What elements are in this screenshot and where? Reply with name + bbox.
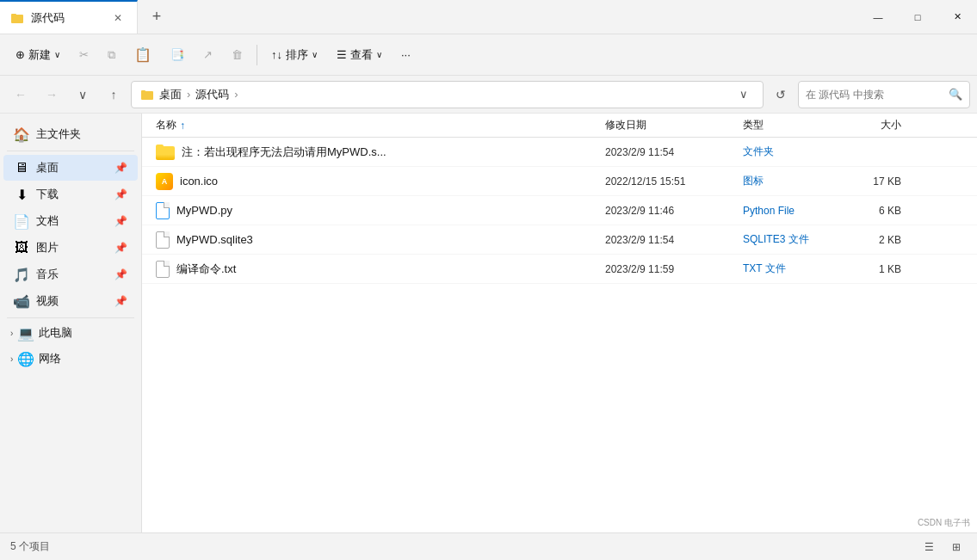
minimize-button[interactable]: — xyxy=(858,0,898,34)
sidebar-item-home[interactable]: 🏠 主文件夹 xyxy=(3,121,138,147)
svg-rect-3 xyxy=(141,90,145,93)
copy-icon: ⧉ xyxy=(108,48,115,62)
file-date-ico: 2022/12/15 15:51 xyxy=(598,175,736,188)
sidebar-label-network: 网络 xyxy=(39,351,131,366)
share-icon: ↗ xyxy=(203,48,213,61)
sidebar-item-pictures[interactable]: 🖼 图片 📌 xyxy=(3,235,138,261)
cut-icon: ✂ xyxy=(79,48,89,61)
file-name-py: MyPWD.py xyxy=(142,202,598,219)
path-separator-2: › xyxy=(234,88,238,101)
path-separator-1: › xyxy=(187,88,190,101)
sidebar-label-music: 音乐 xyxy=(36,267,108,282)
sidebar-item-documents[interactable]: 📄 文档 📌 xyxy=(3,208,138,234)
status-right: ☰ ⊞ xyxy=(918,537,967,557)
view-grid-icon: ⊞ xyxy=(952,541,961,553)
view-button[interactable]: ☰ 查看 ∨ xyxy=(328,42,391,68)
address-dropdown-button[interactable]: ∨ xyxy=(733,84,754,105)
paste-button[interactable]: 📋 xyxy=(126,41,160,68)
documents-pin-icon: 📌 xyxy=(114,215,127,227)
column-size[interactable]: 大小 xyxy=(839,118,908,132)
sidebar-item-desktop[interactable]: 🖥 桌面 📌 xyxy=(3,155,138,181)
videos-icon: 📹 xyxy=(14,293,29,309)
desktop-pin-icon: 📌 xyxy=(114,162,127,174)
more-button[interactable]: ··· xyxy=(393,43,419,66)
copy-button[interactable]: ⧉ xyxy=(99,43,124,67)
main-area: 🏠 主文件夹 🖥 桌面 📌 ⬇ 下载 📌 📄 文档 📌 🖼 图片 📌 xyxy=(0,114,977,532)
sidebar-label-desktop: 桌面 xyxy=(36,160,108,175)
path-desktop[interactable]: 桌面 xyxy=(159,87,182,102)
table-row[interactable]: 注：若出现程序无法启动请用MyPWD.s... 2023/2/9 11:54 文… xyxy=(142,138,977,167)
sidebar-item-downloads[interactable]: ⬇ 下载 📌 xyxy=(3,182,138,207)
column-date[interactable]: 修改日期 xyxy=(598,118,736,132)
table-row[interactable]: A icon.ico 2022/12/15 15:51 图标 17 KB xyxy=(142,167,977,196)
path-source[interactable]: 源代码 xyxy=(195,87,229,102)
more-icon: ··· xyxy=(401,48,411,61)
file-type-sqlite: SQLITE3 文件 xyxy=(736,232,839,247)
folder-icon xyxy=(156,145,175,160)
forward-button[interactable]: → xyxy=(38,81,65,108)
documents-icon: 📄 xyxy=(14,213,29,229)
copy2-icon: 📑 xyxy=(170,48,184,61)
column-type[interactable]: 类型 xyxy=(736,118,839,132)
sidebar-label-documents: 文档 xyxy=(36,213,108,229)
thispc-icon: 💻 xyxy=(18,325,34,341)
paste-icon: 📋 xyxy=(134,46,151,63)
downloads-icon: ⬇ xyxy=(14,187,29,202)
new-button[interactable]: ⊕ 新建 ∨ xyxy=(7,42,69,68)
txt-file-icon xyxy=(156,261,170,278)
delete-button[interactable]: 🗑 xyxy=(223,43,251,66)
column-name[interactable]: 名称 ↑ xyxy=(142,118,598,132)
sidebar-label-videos: 视频 xyxy=(36,293,108,309)
py-file-icon xyxy=(156,202,170,219)
table-row[interactable]: 编译命令.txt 2023/2/9 11:59 TXT 文件 1 KB xyxy=(142,255,977,284)
file-date-py: 2023/2/9 11:46 xyxy=(598,205,736,217)
close-button[interactable]: ✕ xyxy=(937,0,977,34)
sort-icon: ↑↓ xyxy=(271,48,282,61)
copy2-button[interactable]: 📑 xyxy=(162,43,193,66)
sort-button[interactable]: ↑↓ 排序 ∨ xyxy=(263,42,326,68)
maximize-button[interactable]: □ xyxy=(898,0,937,34)
view-dropdown-icon: ∨ xyxy=(376,50,382,59)
sidebar-label-home: 主文件夹 xyxy=(36,126,127,142)
music-pin-icon: 📌 xyxy=(114,268,127,280)
file-name-txt: 编译命令.txt xyxy=(142,261,598,278)
table-row[interactable]: MyPWD.py 2023/2/9 11:46 Python File 6 KB xyxy=(142,196,977,225)
sidebar-item-music[interactable]: 🎵 音乐 📌 xyxy=(3,262,138,287)
up-button[interactable]: ↑ xyxy=(100,81,127,108)
pictures-pin-icon: 📌 xyxy=(114,242,127,254)
new-label: 新建 xyxy=(28,47,51,63)
file-name-ico: A icon.ico xyxy=(142,173,598,190)
view-grid-button[interactable]: ⊞ xyxy=(946,537,967,557)
file-size-sqlite: 2 KB xyxy=(839,234,908,246)
file-name-folder1: 注：若出现程序无法启动请用MyPWD.s... xyxy=(142,145,598,160)
file-size-py: 6 KB xyxy=(839,205,908,217)
title-tab[interactable]: 源代码 ✕ xyxy=(0,0,138,34)
sidebar-label-thispc: 此电脑 xyxy=(39,325,131,341)
sidebar-item-thispc[interactable]: › 💻 此电脑 xyxy=(0,322,141,344)
sort-dropdown-icon: ∨ xyxy=(312,50,318,59)
back-button[interactable]: ← xyxy=(7,81,34,108)
file-type-folder1: 文件夹 xyxy=(736,145,839,159)
share-button[interactable]: ↗ xyxy=(195,43,221,66)
search-bar[interactable]: 🔍 xyxy=(798,81,970,108)
sidebar-label-downloads: 下载 xyxy=(36,187,108,202)
refresh-button[interactable]: ↺ xyxy=(767,81,795,108)
sidebar-item-network[interactable]: › 🌐 网络 xyxy=(0,348,141,370)
sort-arrow-icon: ↑ xyxy=(180,120,185,132)
downloads-pin-icon: 📌 xyxy=(114,188,127,200)
tab-folder-icon xyxy=(10,11,24,25)
view-list-button[interactable]: ☰ xyxy=(918,537,939,557)
home-icon: 🏠 xyxy=(14,126,29,142)
address-bar[interactable]: 桌面 › 源代码 › ∨ xyxy=(131,81,764,108)
sidebar-item-videos[interactable]: 📹 视频 📌 xyxy=(3,288,138,314)
view-icon: ☰ xyxy=(337,48,347,61)
music-icon: 🎵 xyxy=(14,267,29,282)
network-arrow-icon: › xyxy=(10,354,13,364)
sqlite-file-icon xyxy=(156,231,170,249)
table-row[interactable]: MyPWD.sqlite3 2023/2/9 11:54 SQLITE3 文件 … xyxy=(142,225,977,255)
cut-button[interactable]: ✂ xyxy=(71,43,97,66)
recent-button[interactable]: ∨ xyxy=(69,81,96,108)
new-tab-button[interactable]: + xyxy=(141,2,172,33)
search-input[interactable] xyxy=(806,89,943,101)
tab-close-button[interactable]: ✕ xyxy=(109,9,127,27)
